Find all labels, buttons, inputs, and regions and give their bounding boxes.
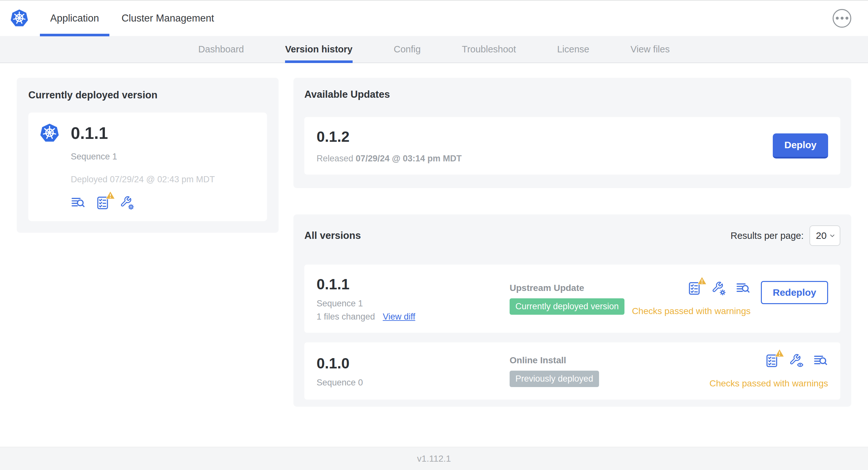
sub-tab-config[interactable]: Config [394,36,421,63]
preflight-checks-icon[interactable] [765,353,779,368]
row-source-label: Upstream Update [509,283,625,293]
deploy-button[interactable]: Deploy [773,133,828,159]
released-date: 07/29/24 @ 03:14 pm MDT [356,154,462,163]
row-sequence: Sequence 1 [317,299,509,309]
sub-tab-version-history[interactable]: Version history [285,36,352,63]
results-per-page-select[interactable]: 20 [809,225,840,246]
current-version-number: 0.1.1 [71,124,108,143]
warning-icon [774,348,785,358]
update-released-timestamp: Released 07/29/24 @ 03:14 pm MDT [317,154,462,164]
released-label: Released [317,154,353,163]
available-updates-card: Available Updates 0.1.2 Released 07/29/2… [293,78,851,188]
currently-deployed-title: Currently deployed version [28,89,267,101]
current-version-deployed-timestamp: Deployed 07/29/24 @ 02:43 pm MDT [71,174,256,184]
preflight-checks-icon[interactable] [95,196,110,210]
results-per-page-label: Results per page: [731,231,804,241]
top-tab-application[interactable]: Application [50,0,100,36]
row-sequence: Sequence 0 [317,378,509,388]
preflight-checks-icon[interactable] [687,281,702,296]
warning-icon [105,190,116,200]
all-versions-title: All versions [304,230,361,241]
currently-deployed-badge: Currently deployed version [509,298,624,315]
preflight-status-text: Checks passed with warnings [632,306,751,316]
version-row-0-1-0: 0.1.0 Sequence 0 Online Install Previous… [304,342,840,400]
update-version-number: 0.1.2 [317,128,462,145]
row-source-label: Online Install [509,355,703,366]
top-tabs: Application Cluster Management [50,0,215,36]
current-version-sequence: Sequence 1 [71,152,256,162]
edit-config-icon[interactable] [120,196,134,210]
logs-icon[interactable] [71,196,86,210]
view-config-icon[interactable] [789,353,804,368]
files-changed-label: 1 files changed [317,312,375,322]
overflow-menu-button[interactable] [833,9,851,28]
available-updates-title: Available Updates [304,89,840,100]
sub-nav: Dashboard Version history Config Trouble… [0,36,868,63]
ellipsis-icon [841,17,843,20]
row-version-number: 0.1.0 [317,355,509,372]
kubernetes-logo-icon [10,9,29,28]
available-update-row: 0.1.2 Released 07/29/24 @ 03:14 pm MDT D… [304,117,840,174]
edit-config-icon[interactable] [711,281,726,296]
ellipsis-icon [845,17,848,20]
currently-deployed-card: Currently deployed version 0.1.1 Sequenc… [17,78,279,233]
sub-tab-dashboard[interactable]: Dashboard [198,36,244,63]
top-tab-cluster-management[interactable]: Cluster Management [121,0,215,36]
ellipsis-icon [836,17,839,20]
chevron-down-icon [829,232,836,239]
sub-tab-view-files[interactable]: View files [630,36,670,63]
main-content: Currently deployed version 0.1.1 Sequenc… [0,63,868,407]
logs-icon[interactable] [736,281,751,296]
logs-icon[interactable] [813,353,828,368]
warning-icon [697,276,707,286]
all-versions-card: All versions Results per page: 20 0.1.1 … [293,214,851,407]
redeploy-button[interactable]: Redeploy [761,281,828,304]
results-per-page-value: 20 [816,230,827,241]
app-kubernetes-icon [39,123,60,143]
preflight-status-text: Checks passed with warnings [709,378,828,389]
footer: v1.112.1 [0,447,868,470]
previously-deployed-badge: Previously deployed [509,371,599,387]
console-version: v1.112.1 [417,454,451,464]
row-version-number: 0.1.1 [317,275,509,293]
top-nav: Application Cluster Management [0,0,868,36]
currently-deployed-version-box: 0.1.1 Sequence 1 Deployed 07/29/24 @ 02:… [28,112,267,221]
sub-tab-troubleshoot[interactable]: Troubleshoot [462,36,516,63]
view-diff-link[interactable]: View diff [383,312,415,322]
sub-tab-license[interactable]: License [557,36,589,63]
version-row-0-1-1: 0.1.1 Sequence 1 1 files changed View di… [304,265,840,333]
